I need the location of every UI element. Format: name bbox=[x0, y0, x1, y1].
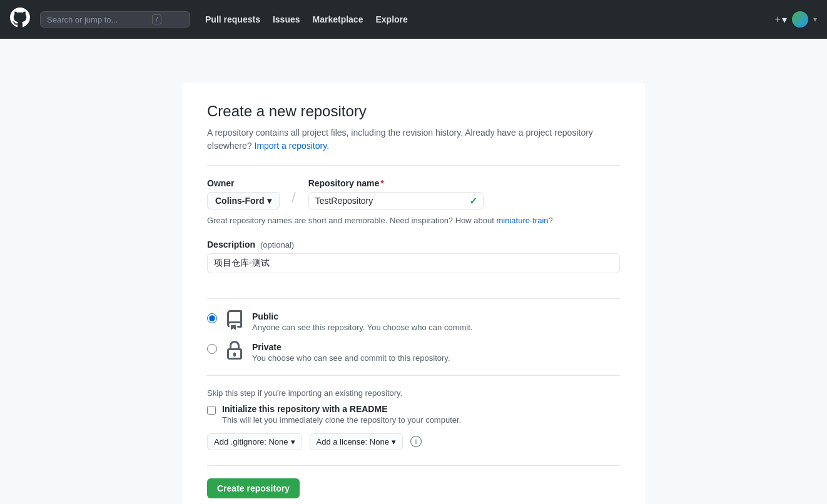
owner-group: Owner Colins-Ford ▾ bbox=[207, 178, 280, 209]
readme-label: Initialize this repository with a README bbox=[222, 404, 461, 414]
divider-top bbox=[207, 165, 620, 166]
divider-bottom bbox=[207, 465, 620, 466]
private-option: Private You choose who can see and commi… bbox=[207, 342, 620, 363]
avatar-chevron[interactable]: ▾ bbox=[813, 15, 817, 24]
gitignore-label: Add .gitignore: None bbox=[214, 437, 288, 446]
readme-checkbox-text: Initialize this repository with a README… bbox=[222, 404, 461, 425]
navbar: / Pull requests Issues Marketplace Explo… bbox=[0, 0, 827, 39]
public-icon bbox=[225, 310, 245, 330]
repo-name-hint: Great repository names are short and mem… bbox=[207, 214, 620, 227]
owner-value: Colins-Ford bbox=[215, 196, 265, 206]
owner-label: Owner bbox=[207, 178, 280, 188]
divider-init bbox=[207, 375, 620, 376]
owner-chevron-icon: ▾ bbox=[267, 196, 271, 206]
search-bar[interactable]: / bbox=[40, 11, 190, 28]
repo-name-group: Repository name* ✓ bbox=[308, 178, 484, 209]
public-text: Public Anyone can see this repository. Y… bbox=[252, 311, 472, 332]
github-logo[interactable] bbox=[10, 8, 30, 31]
gitignore-dropdown[interactable]: Add .gitignore: None ▾ bbox=[207, 433, 302, 450]
readme-checkbox[interactable] bbox=[207, 406, 216, 415]
owner-repo-row: Owner Colins-Ford ▾ / Repository name* ✓ bbox=[207, 178, 620, 209]
repo-name-wrapper: ✓ bbox=[308, 192, 484, 209]
repo-name-label: Repository name* bbox=[308, 178, 484, 188]
slash-badge: / bbox=[152, 14, 161, 24]
initialize-section: Skip this step if you're importing an ex… bbox=[207, 388, 620, 450]
license-label: Add a license: None bbox=[317, 437, 389, 446]
navbar-right: + ▾ ▾ bbox=[775, 11, 817, 28]
plus-chevron: ▾ bbox=[782, 14, 787, 26]
gitignore-chevron-icon: ▾ bbox=[291, 437, 295, 446]
public-title: Public bbox=[252, 311, 472, 321]
readme-desc: This will let you immediately clone the … bbox=[222, 415, 461, 425]
import-link[interactable]: Import a repository. bbox=[255, 141, 330, 151]
info-icon[interactable]: i bbox=[410, 436, 422, 447]
private-icon bbox=[225, 341, 245, 361]
private-text: Private You choose who can see and commi… bbox=[252, 342, 450, 363]
private-title: Private bbox=[252, 342, 450, 352]
slash-separator: / bbox=[290, 189, 298, 209]
owner-dropdown[interactable]: Colins-Ford ▾ bbox=[207, 192, 280, 209]
page-title: Create a new repository bbox=[207, 103, 620, 120]
create-repo-form: Create a new repository A repository con… bbox=[182, 83, 645, 504]
divider-middle bbox=[207, 298, 620, 299]
public-desc: Anyone can see this repository. You choo… bbox=[252, 323, 472, 332]
description-group: Description (optional) bbox=[207, 239, 620, 286]
create-repository-button[interactable]: Create repository bbox=[207, 478, 300, 498]
required-star: * bbox=[380, 178, 383, 188]
public-radio[interactable] bbox=[207, 313, 217, 323]
optional-text: (optional) bbox=[260, 240, 294, 249]
public-option: Public Anyone can see this repository. Y… bbox=[207, 311, 620, 332]
nav-explore[interactable]: Explore bbox=[370, 11, 412, 28]
nav-links: Pull requests Issues Marketplace Explore bbox=[200, 11, 413, 28]
private-radio[interactable] bbox=[207, 344, 217, 354]
nav-marketplace[interactable]: Marketplace bbox=[308, 11, 368, 28]
nav-pull-requests[interactable]: Pull requests bbox=[200, 11, 265, 28]
plus-icon: + bbox=[775, 14, 781, 25]
private-desc: You choose who can see and commit to thi… bbox=[252, 353, 450, 363]
description-input[interactable] bbox=[207, 253, 620, 273]
readme-checkbox-row: Initialize this repository with a README… bbox=[207, 404, 620, 425]
description-label: Description (optional) bbox=[207, 239, 620, 249]
new-dropdown-button[interactable]: + ▾ bbox=[775, 14, 787, 26]
repo-name-input[interactable] bbox=[308, 192, 484, 209]
search-input[interactable] bbox=[47, 15, 147, 24]
license-chevron-icon: ▾ bbox=[392, 437, 396, 446]
suggestion-link[interactable]: miniature-train bbox=[496, 216, 548, 225]
license-dropdown[interactable]: Add a license: None ▾ bbox=[310, 433, 403, 450]
dropdowns-row: Add .gitignore: None ▾ Add a license: No… bbox=[207, 433, 620, 450]
valid-check-icon: ✓ bbox=[469, 195, 477, 207]
avatar[interactable] bbox=[792, 11, 808, 28]
init-skip-text: Skip this step if you're importing an ex… bbox=[207, 388, 620, 398]
nav-issues[interactable]: Issues bbox=[268, 11, 305, 28]
page-subtitle: A repository contains all project files,… bbox=[207, 126, 620, 153]
